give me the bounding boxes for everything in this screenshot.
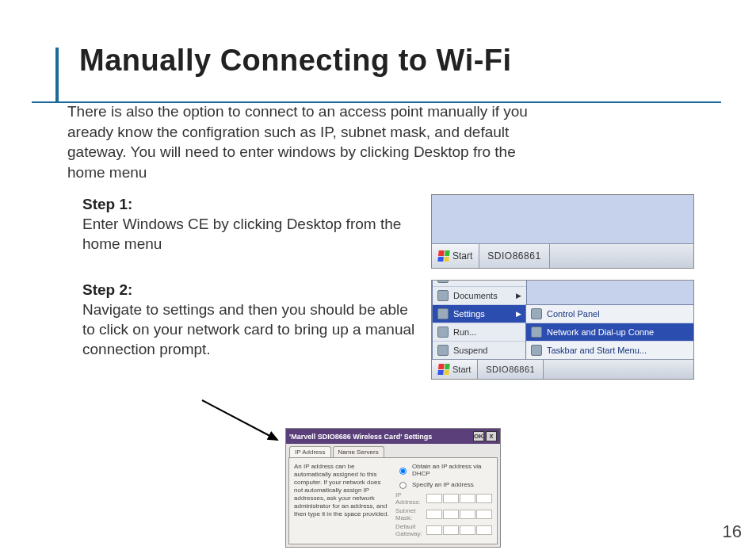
taskbar-button-sdio[interactable]: SDIO86861 xyxy=(478,360,544,379)
radio-dhcp-input[interactable] xyxy=(399,468,407,475)
step2-label: Step 2: xyxy=(82,280,415,300)
windows-flag-icon xyxy=(437,250,449,262)
start-button-label: Start xyxy=(452,250,472,262)
screenshot-start-bar: Start SDIO86861 xyxy=(431,194,694,269)
radio-specify[interactable]: Specify an IP address xyxy=(395,479,492,489)
chevron-right-icon: ▶ xyxy=(516,280,521,281)
menu-item-label: Favorites xyxy=(453,280,489,282)
radio-label: Obtain an IP address via DHCP xyxy=(412,463,492,477)
document-icon xyxy=(437,290,449,301)
label-gateway: Default Gateway: xyxy=(395,523,423,537)
subnet-input[interactable] xyxy=(426,510,492,519)
step2-text: Navigate to settings and then you should… xyxy=(82,300,415,359)
screenshot-start-menu: Favorites▶ Documents▶ Settings▶ Run... S… xyxy=(431,280,694,380)
menu-item-taskbar[interactable]: Taskbar and Start Menu... xyxy=(526,342,694,360)
radio-specify-input[interactable] xyxy=(399,482,407,489)
taskbar-icon xyxy=(531,345,542,356)
tab-ip-address[interactable]: IP Address xyxy=(289,446,331,457)
run-icon xyxy=(437,327,449,338)
ip-input[interactable] xyxy=(426,494,492,503)
svg-line-0 xyxy=(202,400,277,440)
menu-item-settings[interactable]: Settings▶ xyxy=(433,305,526,323)
menu-item-label: Taskbar and Start Menu... xyxy=(547,346,647,355)
screenshot-wireless-settings-dialog: 'Marvell SDIO8686 Wireless Card' Setting… xyxy=(285,428,501,548)
windows-flag-icon xyxy=(437,364,449,375)
network-icon xyxy=(531,327,542,338)
ok-button[interactable]: OK xyxy=(473,431,484,441)
menu-item-label: Control Panel xyxy=(547,309,600,319)
menu-item-documents[interactable]: Documents▶ xyxy=(433,287,526,305)
radio-label: Specify an IP address xyxy=(412,481,474,488)
menu-item-favorites[interactable]: Favorites▶ xyxy=(433,280,526,287)
start-menu-settings-flyout: Control Panel Network and Dial-up Conne … xyxy=(525,304,694,360)
menu-item-label: Documents xyxy=(453,291,498,300)
start-menu-left: Favorites▶ Documents▶ Settings▶ Run... S… xyxy=(432,280,527,360)
suspend-icon xyxy=(437,345,449,356)
title-horizontal-rule xyxy=(32,101,721,103)
star-icon xyxy=(437,280,449,283)
step1-label: Step 1: xyxy=(82,194,415,214)
control-panel-icon xyxy=(531,308,542,319)
menu-item-label: Suspend xyxy=(453,346,487,355)
menu-item-label: Run... xyxy=(453,327,476,337)
label-ip: IP Address: xyxy=(395,491,423,506)
pointer-arrow xyxy=(198,396,293,460)
intro-paragraph: There is also the option to connect to a… xyxy=(67,101,543,183)
start-button-label: Start xyxy=(452,365,471,374)
close-button[interactable]: X xyxy=(486,431,497,441)
start-button[interactable]: Start xyxy=(432,244,479,268)
chevron-right-icon: ▶ xyxy=(516,310,521,318)
radio-dhcp[interactable]: Obtain an IP address via DHCP xyxy=(395,463,492,477)
tab-name-servers[interactable]: Name Servers xyxy=(333,446,384,457)
menu-item-suspend[interactable]: Suspend xyxy=(433,342,526,360)
menu-item-run[interactable]: Run... xyxy=(433,323,526,342)
dialog-help-text: An IP address can be automatically assig… xyxy=(294,463,391,539)
dialog-title: 'Marvell SDIO8686 Wireless Card' Setting… xyxy=(289,433,432,441)
menu-item-label: Settings xyxy=(453,309,485,319)
page-number: 16 xyxy=(723,521,742,542)
title-vertical-rule xyxy=(55,48,59,103)
menu-item-label: Network and Dial-up Conne xyxy=(547,327,654,337)
label-subnet: Subnet Mask: xyxy=(395,507,423,521)
gateway-input[interactable] xyxy=(426,525,492,535)
step1-text: Enter Windows CE by clicking Desktop fro… xyxy=(82,214,415,254)
chevron-right-icon: ▶ xyxy=(516,292,521,300)
start-button[interactable]: Start xyxy=(432,360,478,379)
taskbar-button-sdio[interactable]: SDIO86861 xyxy=(479,244,549,268)
menu-item-network[interactable]: Network and Dial-up Conne xyxy=(526,323,694,342)
menu-item-control-panel[interactable]: Control Panel xyxy=(526,305,694,323)
dialog-titlebar: 'Marvell SDIO8686 Wireless Card' Setting… xyxy=(286,429,500,444)
page-title: Manually Connecting to Wi-Fi xyxy=(79,44,724,78)
gear-icon xyxy=(437,308,449,319)
